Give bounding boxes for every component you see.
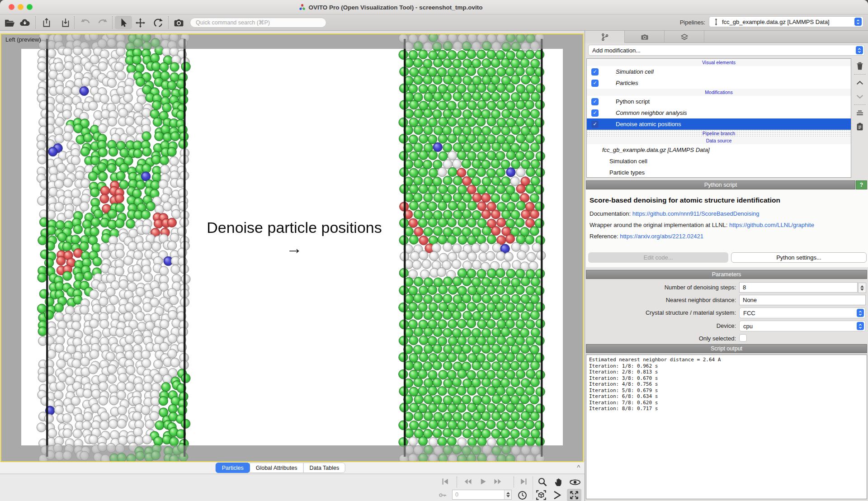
remote-import-button[interactable] [19, 17, 31, 28]
checkbox-checked[interactable]: ✓ [591, 80, 599, 87]
zoom-scene-extents-button[interactable] [535, 489, 547, 501]
close-button[interactable] [9, 4, 14, 10]
reference-link[interactable]: https://arxiv.org/abs/2212.02421 [620, 233, 703, 240]
toggle-modifier-groups-button[interactable] [855, 108, 865, 118]
main-toolbar: Pipelines: fcc_gb_example.data.gz [LAMMP… [0, 14, 868, 31]
wrapper-link[interactable]: https://github.com/LLNL/graphite [729, 222, 814, 228]
checkbox-checked[interactable]: ✓ [591, 121, 599, 128]
selection-mode-button[interactable] [117, 17, 129, 28]
render-button[interactable] [173, 17, 184, 28]
modifier-title: Score-based denoising for atomic structu… [590, 196, 780, 204]
source-item-particle-types[interactable]: Particle types [587, 167, 851, 178]
play-button[interactable] [478, 477, 487, 486]
device-dropdown[interactable]: cpu [739, 321, 866, 331]
field-of-view-button[interactable] [552, 489, 563, 501]
separator [854, 74, 866, 75]
python-settings-button[interactable]: Python settings... [731, 252, 867, 263]
command-panel: Add modification... Visual elements ✓ Si… [585, 31, 868, 501]
denoising-steps-input[interactable]: 8 [739, 282, 858, 293]
section-header-visual-elements: Visual elements [587, 59, 851, 66]
search-input[interactable] [190, 18, 326, 28]
section-header-modifications: Modifications [587, 89, 851, 96]
documentation-link[interactable]: https://github.com/nnn911/ScoreBasedDeno… [632, 210, 760, 217]
move-modifier-up-button[interactable] [855, 78, 865, 88]
minimize-button[interactable] [18, 4, 24, 10]
pipelines-label: Pipelines: [680, 19, 705, 26]
toolbar-separator [35, 16, 36, 29]
tab-global-attributes[interactable]: Global Attributes [250, 463, 304, 473]
only-selected-checkbox[interactable] [739, 334, 747, 342]
delete-modifier-button[interactable] [855, 61, 865, 71]
tab-overlays[interactable] [665, 31, 704, 43]
animation-settings-button[interactable] [517, 490, 528, 501]
list-lines-icon [855, 108, 865, 118]
jump-to-end-button[interactable] [519, 477, 528, 486]
source-item-file[interactable]: fcc_gb_example.data.gz [LAMMPS Data] [587, 144, 851, 156]
pipeline-item-simulation-cell[interactable]: ✓ Simulation cell [587, 66, 851, 77]
rotate-mode-button[interactable] [152, 17, 164, 28]
dropdown-stepper-icon[interactable] [857, 322, 864, 330]
checkbox-checked[interactable]: ✓ [591, 98, 599, 105]
checkbox-checked[interactable]: ✓ [591, 109, 599, 117]
open-folder-icon [4, 17, 15, 28]
crystal-structure-dropdown[interactable]: FCC [739, 307, 866, 318]
tab-rendering[interactable] [625, 31, 665, 43]
titlebar: OVITO Pro (Open Visualization Tool) - sc… [0, 0, 868, 14]
layers-icon [680, 33, 689, 42]
help-button[interactable]: ? [856, 180, 867, 189]
camera-icon [640, 33, 649, 42]
pipeline-item-python-script[interactable]: ✓ Python script [587, 96, 851, 107]
orbit-tool-button[interactable] [569, 477, 581, 487]
ovito-window: OVITO Pro (Open Visualization Tool) - sc… [0, 0, 868, 501]
pan-tool-button[interactable] [553, 477, 564, 487]
data-inspector-bar: Particles Global Attributes Data Tables … [0, 462, 585, 474]
section-header-pipeline-branch: Pipeline branch [587, 130, 851, 137]
previous-frame-button[interactable] [463, 477, 473, 486]
tab-pipeline[interactable] [585, 31, 625, 43]
redo-button[interactable] [97, 17, 108, 28]
copy-pipeline-button[interactable] [855, 122, 865, 132]
script-output-box[interactable]: Estimated nearest neighbor distance = 2.… [586, 354, 867, 499]
jump-to-start-button[interactable] [441, 477, 450, 486]
pipeline-item-common-neighbor-analysis[interactable]: ✓ Common neighbor analysis [587, 107, 851, 118]
dropdown-stepper-icon[interactable] [854, 18, 862, 26]
undo-button[interactable] [80, 17, 91, 28]
param-only-selected: Only selected: [585, 333, 868, 344]
checkbox-checked[interactable]: ✓ [591, 68, 599, 76]
move-modifier-down-button[interactable] [855, 91, 865, 101]
edit-code-button[interactable]: Edit code... [588, 252, 728, 263]
pipeline-icon [713, 18, 719, 26]
steps-stepper[interactable] [858, 283, 866, 293]
expand-inspector-chevron-icon[interactable]: ^ [577, 463, 580, 470]
source-item-simulation-cell[interactable]: Simulation cell [587, 156, 851, 167]
open-file-button[interactable] [4, 17, 15, 28]
auto-key-button[interactable] [438, 491, 448, 500]
move-icon [135, 17, 146, 28]
viewport[interactable]: Left (preview) Denoise particle position… [0, 33, 584, 462]
add-modification-dropdown[interactable]: Add modification... [588, 45, 865, 56]
pipeline-list[interactable]: Visual elements ✓ Simulation cell ✓ Part… [586, 58, 851, 178]
pan-mode-button[interactable] [134, 17, 146, 28]
pipeline-list-toolbar [852, 58, 867, 178]
tab-data-tables[interactable]: Data Tables [303, 463, 345, 473]
python-script-header: Python script [586, 180, 855, 189]
frame-stepper[interactable] [504, 490, 511, 499]
zoom-tool-button[interactable] [537, 477, 548, 487]
pipeline-item-particles[interactable]: ✓ Particles [587, 77, 851, 89]
dropdown-stepper-icon[interactable] [856, 46, 863, 54]
tab-particles[interactable]: Particles [216, 463, 250, 473]
dropdown-stepper-icon[interactable] [857, 309, 864, 317]
angle-arrow-icon [552, 489, 563, 501]
maximize-viewport-button[interactable] [567, 489, 581, 501]
pipeline-item-denoise-atomic-positions[interactable]: ✓ Denoise atomic positions [587, 118, 851, 130]
load-session-button[interactable] [60, 17, 71, 28]
save-session-button[interactable] [41, 17, 52, 28]
zoom-button[interactable] [27, 4, 33, 10]
animation-toolbar: 0 [0, 474, 585, 501]
toolbar-separator [514, 477, 514, 487]
viewport-label[interactable]: Left (preview) [5, 36, 41, 43]
next-frame-button[interactable] [493, 477, 503, 486]
nearest-neighbor-input[interactable]: None [739, 295, 866, 305]
pipeline-selector[interactable]: fcc_gb_example.data.gz [LAMMPS Data] [709, 16, 863, 27]
frame-spinbox[interactable]: 0 [452, 490, 512, 500]
